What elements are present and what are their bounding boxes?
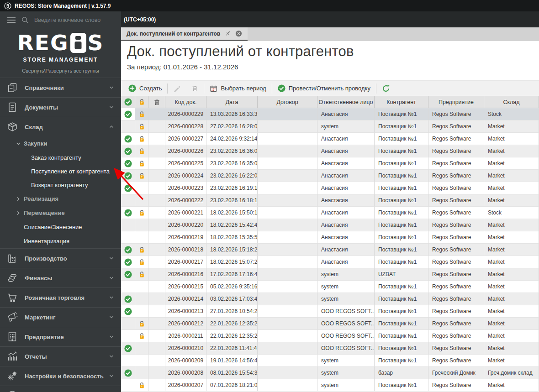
- coins-icon: [6, 272, 18, 283]
- sidebar-item[interactable]: Заказ контрагенту: [0, 151, 121, 164]
- table-row[interactable]: 2026-000022118.02.2026 15:50:15Анастасия…: [121, 207, 539, 219]
- cell-contractor: UZBAT: [375, 268, 428, 281]
- column-header[interactable]: Договор: [258, 96, 317, 108]
- cell-contract: [258, 318, 317, 330]
- table-row[interactable]: 2026-000022724.02.2026 9:32:14АнастасияП…: [121, 133, 539, 145]
- table-row[interactable]: 2026-000022827.02.2026 16:28:00systemПос…: [121, 120, 539, 133]
- edit-button[interactable]: [168, 81, 186, 96]
- cell-contractor: Поставщик №1: [375, 170, 428, 182]
- cell-person: Анастасия: [317, 207, 375, 219]
- table-row[interactable]: 2026-000022018.02.2026 15:42:43Анастасия…: [121, 219, 539, 231]
- sidebar-item[interactable]: Производство: [0, 248, 121, 268]
- table-row[interactable]: 2026-000021122.01.2026 12:35:26OOO REGOS…: [121, 330, 539, 342]
- cell-contract: [258, 379, 317, 392]
- sidebar-item[interactable]: Отчеты: [0, 346, 121, 366]
- column-delete[interactable]: [148, 96, 165, 108]
- hamburger-menu-icon[interactable]: [7, 17, 16, 23]
- table-row[interactable]: 2026-000021918.02.2026 15:35:51Анастасия…: [121, 231, 539, 244]
- sidebar-item[interactable]: Списание/Занесение: [0, 220, 121, 234]
- table-row[interactable]: 2026-000021818.02.2026 15:18:25Анастасия…: [121, 244, 539, 256]
- cell-person: Анастасия: [317, 182, 375, 194]
- table-row[interactable]: 2026-000021617.02.2026 17:16:41systemUZB…: [121, 268, 539, 281]
- sidebar-item[interactable]: Документы: [0, 97, 121, 117]
- sidebar-item[interactable]: Справочники: [0, 78, 121, 97]
- column-header[interactable]: Контрагент: [375, 96, 428, 108]
- cart-icon: [6, 292, 18, 303]
- table-row[interactable]: 2026-000021403.02.2026 17:03:47systemПос…: [121, 293, 539, 305]
- table-row[interactable]: 2026-000020808.01.2026 15:54:38systemбаз…: [121, 367, 539, 379]
- table-row[interactable]: 2026-000022423.02.2026 16:22:04Анастасия…: [121, 170, 539, 182]
- cell-posted: [121, 170, 135, 182]
- table-row[interactable]: 2026-000022223.02.2026 16:18:11Анастасия…: [121, 194, 539, 207]
- cell-lock: [135, 244, 148, 256]
- table-row[interactable]: 2026-000022323.02.2026 16:19:15Анастасия…: [121, 182, 539, 194]
- cell-delete: [148, 355, 165, 367]
- sidebar-item[interactable]: Предприятие: [0, 327, 121, 346]
- sidebar-item[interactable]: Настройки и безопасность: [0, 366, 121, 386]
- table-row[interactable]: 2026-000020919.01.2026 14:56:45systemПос…: [121, 355, 539, 367]
- column-header[interactable]: Код док.: [165, 96, 206, 108]
- delete-button[interactable]: [186, 81, 204, 96]
- column-header[interactable]: Дата: [206, 96, 258, 108]
- select-period-button[interactable]: Выбрать период: [204, 81, 271, 96]
- column-header[interactable]: Предприятие: [428, 96, 484, 108]
- cell-person: OOO REGOS SOFT...: [317, 342, 375, 355]
- sidebar-item[interactable]: Реализация: [0, 192, 121, 206]
- cell-posted: [121, 145, 135, 157]
- cell-doc-code: 2026-0000222: [165, 194, 206, 207]
- cell-contract: [258, 342, 317, 355]
- table-row[interactable]: 2026-000021327.01.2026 10:54:26OOO REGOS…: [121, 305, 539, 318]
- sidebar-item[interactable]: Склад: [0, 117, 121, 136]
- collapse-expand-groups[interactable]: Свернуть\Развернуть все группы: [0, 68, 121, 78]
- table-row[interactable]: 2026-000021718.02.2026 15:07:28Анастасия…: [121, 256, 539, 268]
- sidebar-item[interactable]: Инвентаризация: [0, 234, 121, 248]
- cell-contract: [258, 268, 317, 281]
- cell-delete: [148, 170, 165, 182]
- sidebar-item[interactable]: О программе: [0, 386, 121, 392]
- cell-lock: [135, 120, 148, 133]
- close-tab-icon[interactable]: [235, 30, 242, 37]
- table-header: Код док.ДатаДоговорОтветственное лицоКон…: [121, 96, 539, 108]
- cell-contractor: Поставщик №1: [375, 157, 428, 170]
- table-row[interactable]: 2026-000021222.01.2026 12:35:26OOO REGOS…: [121, 318, 539, 330]
- search-input[interactable]: Введите ключевое слово: [34, 17, 100, 23]
- table-row[interactable]: 2026-000022623.02.2026 16:36:06Анастасия…: [121, 145, 539, 157]
- tab-doc-receipts[interactable]: Док. поступлений от контрагентов: [121, 27, 248, 41]
- cell-enterprise: Regos Software: [428, 120, 484, 133]
- column-header[interactable]: Ответственное лицо: [317, 96, 375, 108]
- table-row[interactable]: 2026-000021505.02.2026 9:35:16systemПост…: [121, 281, 539, 293]
- create-button[interactable]: Создать: [123, 81, 167, 96]
- cell-contract: [258, 293, 317, 305]
- cell-delete: [148, 342, 165, 355]
- cell-posted: [121, 281, 135, 293]
- cell-contractor: Поставщик №1: [375, 342, 428, 355]
- cell-posted: [121, 305, 135, 318]
- sidebar-item[interactable]: Перемещение: [0, 206, 121, 220]
- post-unpost-button[interactable]: Провести/Отменить проводку: [272, 81, 376, 96]
- cell-date: 23.02.2026 16:35:03: [206, 157, 258, 170]
- sidebar-item[interactable]: Закупки: [0, 136, 121, 151]
- sidebar-item[interactable]: Поступление от контрагента: [0, 164, 121, 178]
- refresh-button[interactable]: [376, 81, 396, 96]
- cell-warehouse: Market: [484, 194, 539, 207]
- cell-posted: [121, 219, 135, 231]
- cell-date: 18.02.2026 15:42:43: [206, 219, 258, 231]
- cell-contractor: Поставщик №1: [375, 293, 428, 305]
- cell-warehouse: Market: [484, 170, 539, 182]
- app-logo-icon: [4, 2, 11, 10]
- cell-enterprise: Regos Software: [428, 379, 484, 392]
- column-header[interactable]: Склад: [484, 96, 539, 108]
- cell-lock: [135, 145, 148, 157]
- pin-tab-icon[interactable]: [224, 30, 231, 37]
- table-row[interactable]: 2026-000022913.03.2026 16:33:34Анастасия…: [121, 108, 539, 120]
- table-row[interactable]: 2026-000021022.01.2026 11:41:43OOO REGOS…: [121, 342, 539, 355]
- sidebar-item-label: Настройки и безопасность: [25, 373, 104, 380]
- sidebar-item[interactable]: Возврат контрагенту: [0, 178, 121, 192]
- sidebar-item[interactable]: Финансы: [0, 268, 121, 287]
- column-lock[interactable]: [135, 96, 148, 108]
- table-row[interactable]: 2026-000022523.02.2026 16:35:03Анастасия…: [121, 157, 539, 170]
- column-posted[interactable]: [121, 96, 135, 108]
- sidebar-item[interactable]: Маркетинг: [0, 307, 121, 327]
- table-row[interactable]: 2026-000020707.01.2026 18:21:01systemПос…: [121, 379, 539, 392]
- sidebar-item[interactable]: Розничная торговля: [0, 287, 121, 307]
